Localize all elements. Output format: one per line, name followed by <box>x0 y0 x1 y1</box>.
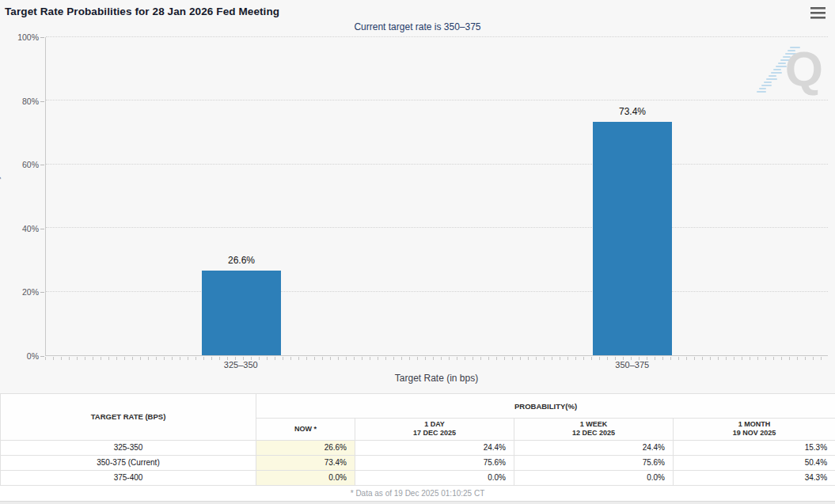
col-header-probability-group: PROBABILITY(%) <box>256 394 835 419</box>
now-value-cell: 0.0% <box>256 470 355 485</box>
col-header-label: 1 MONTH <box>674 420 835 429</box>
week-value-cell: 75.6% <box>514 455 674 470</box>
week-value-cell: 24.4% <box>514 440 674 455</box>
y-tick-label: 20% <box>22 287 39 297</box>
y-tick-label: 40% <box>22 224 39 233</box>
table-row: 350-375 (Current)73.4%75.6%75.6%50.4% <box>1 455 835 470</box>
probability-table: TARGET RATE (BPS) PROBABILITY(%) NOW * 1… <box>0 393 835 486</box>
hamburger-bar <box>810 17 826 19</box>
probability-table-section: TARGET RATE (BPS) PROBABILITY(%) NOW * 1… <box>0 393 835 486</box>
col-header-label: 1 DAY <box>355 420 514 429</box>
rate-cell: 350-375 (Current) <box>1 455 256 470</box>
now-value-cell: 26.6% <box>256 440 355 455</box>
month-value-cell: 50.4% <box>674 455 835 470</box>
x-axis-title: Target Rate (in bps) <box>45 373 828 384</box>
chart-section: Target Rate Probabilities for 28 Jan 202… <box>0 0 835 393</box>
day-value-cell: 0.0% <box>355 470 514 485</box>
bar-value-label: 26.6% <box>228 255 255 266</box>
col-header-target-rate: TARGET RATE (BPS) <box>1 394 256 441</box>
x-category-label: 325–350 <box>45 360 437 372</box>
day-value-cell: 24.4% <box>355 440 514 455</box>
y-tick-label: 100% <box>17 32 39 42</box>
col-header-1-day: 1 DAY17 DEC 2025 <box>355 419 514 441</box>
month-value-cell: 15.3% <box>674 440 835 455</box>
x-category-label: 350–375 <box>437 360 829 372</box>
hamburger-menu-icon[interactable] <box>810 7 826 19</box>
rate-cell: 375-400 <box>1 470 256 485</box>
bar-slot: 73.4% <box>437 37 828 355</box>
col-header-now: NOW * <box>256 419 355 441</box>
x-axis-category-labels: 325–350350–375 <box>45 360 828 372</box>
plot-area: Q 26.6%73.4% <box>45 37 828 356</box>
y-tick-label: 0% <box>27 351 39 361</box>
y-axis: 0%20%40%60%80%100% <box>0 37 45 356</box>
table-body: 325-35026.6%24.4%24.4%15.3%350-375 (Curr… <box>1 440 835 485</box>
col-header-1-month: 1 MONTH19 NOV 2025 <box>674 419 835 441</box>
hamburger-bar <box>810 12 826 14</box>
y-tick-label: 60% <box>22 160 39 169</box>
bar <box>593 122 672 355</box>
hamburger-bar <box>810 7 826 9</box>
col-header-date: 19 NOV 2025 <box>674 429 835 438</box>
table-row: 325-35026.6%24.4%24.4%15.3% <box>1 440 835 455</box>
bars-container: 26.6%73.4% <box>46 37 828 355</box>
bar-slot: 26.6% <box>46 37 437 355</box>
data-as-of-footnote: * Data as of 19 Dec 2025 01:10:25 CT <box>0 486 835 501</box>
now-value-cell: 73.4% <box>256 455 355 470</box>
col-header-label: 1 WEEK <box>514 420 673 429</box>
table-row: 375-4000.0%0.0%0.0%34.3% <box>1 470 835 485</box>
bottom-strip <box>0 501 835 504</box>
col-header-date: 17 DEC 2025 <box>355 429 514 438</box>
current-target-rate-subtitle: Current target rate is 350–375 <box>0 21 835 32</box>
y-axis-title: Probability <box>0 175 1 218</box>
bar-value-label: 73.4% <box>619 106 646 117</box>
day-value-cell: 75.6% <box>355 455 514 470</box>
col-header-label: NOW * <box>256 425 355 434</box>
col-header-1-week: 1 WEEK12 DEC 2025 <box>514 419 674 441</box>
bar <box>202 271 281 355</box>
page-title: Target Rate Probabilities for 28 Jan 202… <box>5 6 279 17</box>
month-value-cell: 34.3% <box>674 470 835 485</box>
y-tick-label: 80% <box>22 97 39 106</box>
rate-cell: 325-350 <box>1 440 256 455</box>
week-value-cell: 0.0% <box>514 470 674 485</box>
col-header-date: 12 DEC 2025 <box>514 429 673 438</box>
